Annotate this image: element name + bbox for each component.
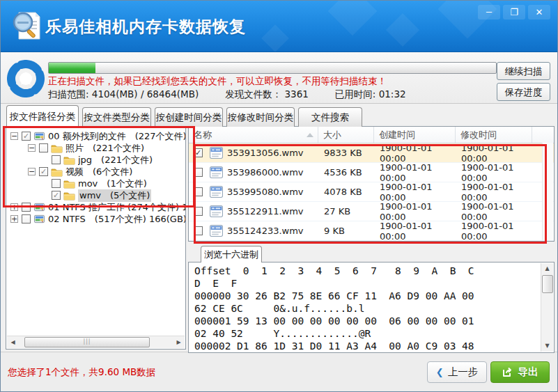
app-window: 乐易佳相机内存卡数据恢复 ─ ❐ ✕ 正在扫描文件，如果已经找到您丢失的文件，可… <box>0 0 558 392</box>
scan-info-row: 扫描范围: 4104(MB) / 68464(MB)发现文件数： 3361已用时… <box>48 88 433 101</box>
tree-item-photos[interactable]: 照片 (221个文件) <box>6 142 185 154</box>
tree-checkbox[interactable] <box>22 132 31 141</box>
deco-square <box>261 24 289 52</box>
file-modified: 1900-01-01 00:00 <box>456 221 532 242</box>
scroll-left-icon[interactable]: ◀ <box>7 336 19 348</box>
tab-by-created[interactable]: 按创建时间分类 <box>155 107 223 127</box>
scrollbar-thumb[interactable] <box>542 275 553 293</box>
tree-item-label: 01 NTFS 推广工作 (274个文件) 166( <box>48 201 185 214</box>
tree-checkbox[interactable] <box>52 191 61 200</box>
tree-item-label: 照片 (221个文件) <box>65 142 144 155</box>
partition-icon <box>33 202 45 212</box>
tree-checkbox[interactable] <box>52 179 61 188</box>
export-button[interactable]: 导出 <box>490 361 550 383</box>
tree-checkbox[interactable] <box>39 143 48 152</box>
tab-by-type[interactable]: 按文件类型分类 <box>82 107 151 127</box>
file-created: 1900-01-01 00:00 <box>374 162 456 183</box>
file-modified: 1900-01-01 00:00 <box>456 143 532 164</box>
tree-item-wmv[interactable]: wmv (5个文件) <box>6 189 185 201</box>
file-created: 1900-01-01 00:00 <box>374 182 456 203</box>
tree-item-label: jpg (221个文件) <box>78 154 153 166</box>
previous-step-button[interactable]: ❮ 上一步 <box>427 361 487 383</box>
hex-preview-panel: Offset 0 1 2 3 4 5 6 7 8 9 A B C D E F 0… <box>188 262 555 353</box>
export-icon <box>502 367 514 377</box>
file-checkbox[interactable] <box>194 207 203 216</box>
window-title: 乐易佳相机内存卡数据恢复 <box>45 16 246 38</box>
tree-checkbox[interactable] <box>52 155 61 164</box>
tree-item-ntfs-01[interactable]: 01 NTFS 推广工作 (274个文件) 166( <box>6 201 185 213</box>
footer-bar: 您选择了1个文件，共9.60 MB数据 ❮ 上一步 导出 <box>1 352 557 391</box>
save-progress-button[interactable]: 保存进度 <box>497 83 550 101</box>
hex-dump-text: Offset 0 1 2 3 4 5 6 7 8 9 A B C D E F 0… <box>194 265 540 351</box>
file-name: 353995080.wmv <box>227 187 304 197</box>
file-row[interactable]: 353986000.wmv 4536 KB 1900-01-01 00:00 1… <box>189 163 554 182</box>
expand-icon[interactable] <box>10 215 18 223</box>
wmv-file-icon <box>210 205 223 217</box>
scan-toolbar: 正在扫描文件，如果已经找到您丢失的文件，可以立即恢复，不用等待扫描结束！ 扫描范… <box>1 52 557 104</box>
file-checkbox[interactable] <box>194 226 203 235</box>
tab-hex-preview[interactable]: 浏览十六进制 <box>201 246 262 262</box>
column-header-modified[interactable]: 修改时间 <box>456 127 532 143</box>
tree-item-extra-found[interactable]: 00 额外找到的文件 (227个文件) 0(G <box>6 130 185 142</box>
tree-item-label: wmv (5个文件) <box>78 189 151 202</box>
tree-checkbox[interactable] <box>22 214 31 224</box>
scroll-up-icon[interactable]: ▲ <box>541 263 553 274</box>
folder-icon <box>63 190 75 201</box>
file-row[interactable]: 355122911.wmv 27 KB 1900-01-01 00:00 190… <box>189 202 554 221</box>
tab-by-modified[interactable]: 按修改时间分类 <box>226 107 295 127</box>
file-list-header: 名称 大小 创建时间 修改时间 <box>189 127 554 143</box>
folder-icon <box>51 166 63 177</box>
close-button[interactable]: ✕ <box>528 5 550 19</box>
file-row[interactable]: 355124233.wmv 9 KB 1900-01-01 00:00 1900… <box>189 221 554 241</box>
column-header-name[interactable]: 名称 <box>189 127 318 143</box>
file-list-panel: 名称 大小 创建时间 修改时间 353913056.wmv 9833 KB 19… <box>188 126 555 242</box>
scan-warning-text: 正在扫描文件，如果已经找到您丢失的文件，可以立即恢复，不用等待扫描结束！ <box>48 75 387 88</box>
folder-tree-panel: 00 额外找到的文件 (227个文件) 0(G 照片 (221个文件) jpg … <box>6 126 186 350</box>
column-header-created[interactable]: 创建时间 <box>374 127 456 143</box>
restore-button[interactable]: ❐ <box>503 5 525 19</box>
column-header-size[interactable]: 大小 <box>318 127 374 143</box>
minimize-button[interactable]: ─ <box>478 5 500 19</box>
file-name: 353913056.wmv <box>227 148 304 158</box>
scan-progress-bar <box>48 62 497 74</box>
file-name: 355124233.wmv <box>227 226 304 236</box>
tree-checkbox[interactable] <box>22 203 31 212</box>
tree-item-label: mov (1个文件) <box>78 178 147 190</box>
file-row[interactable]: 353995080.wmv 4078 KB 1900-01-01 00:00 1… <box>189 182 554 202</box>
tree-item-mov[interactable]: mov (1个文件) <box>6 178 185 189</box>
file-list-scrollbar[interactable] <box>542 143 553 240</box>
collapse-icon[interactable] <box>10 132 18 140</box>
scroll-right-icon[interactable]: ▶ <box>173 336 185 348</box>
sort-asc-icon <box>307 133 313 137</box>
tab-by-path[interactable]: 按文件路径分类 <box>6 105 79 127</box>
file-modified: 1900-01-01 00:00 <box>456 162 532 183</box>
scrollbar-thumb[interactable]: ||| <box>24 337 150 347</box>
found-count-text: 发现文件数： 3361 <box>225 88 309 100</box>
file-checkbox[interactable] <box>194 187 203 196</box>
window-controls: ─ ❐ ✕ <box>478 5 550 19</box>
category-tabs: 按文件路径分类 按文件类型分类 按创建时间分类 按修改时间分类 文件搜索 <box>6 105 362 127</box>
progress-fill <box>49 63 95 73</box>
folder-icon <box>51 143 63 153</box>
file-size: 27 KB <box>318 206 374 217</box>
tab-file-search[interactable]: 文件搜索 <box>298 107 362 127</box>
scroll-down-icon[interactable]: ▼ <box>541 340 553 352</box>
wmv-file-icon <box>210 166 223 178</box>
tree-checkbox[interactable] <box>39 167 48 176</box>
tree-item-jpg[interactable]: jpg (221个文件) <box>6 154 185 166</box>
tree-item-label: 00 额外找到的文件 (227个文件) 0(G <box>48 130 185 143</box>
continue-scan-button[interactable]: 继续扫描 <box>497 62 550 80</box>
tree-item-ntfs-02[interactable]: 02 NTFS (517个文件) 166(GB) 0(GB <box>6 213 185 225</box>
hex-vertical-scrollbar[interactable]: ▲ ▼ <box>541 263 553 352</box>
file-checkbox[interactable] <box>194 148 203 157</box>
elapsed-time-text: 已用时间: 01:32 <box>335 88 406 100</box>
collapse-icon[interactable] <box>28 144 36 152</box>
file-row[interactable]: 353913056.wmv 9833 KB 1900-01-01 00:00 1… <box>189 143 554 163</box>
collapse-icon[interactable] <box>28 168 36 175</box>
partition-icon <box>33 214 45 224</box>
tree-horizontal-scrollbar[interactable]: ◀ ||| ▶ <box>7 336 185 348</box>
tree-item-videos[interactable]: 视频 (6个文件) <box>6 166 185 178</box>
file-checkbox[interactable] <box>194 168 203 177</box>
expand-icon[interactable] <box>10 203 18 211</box>
deco-square <box>386 13 419 47</box>
